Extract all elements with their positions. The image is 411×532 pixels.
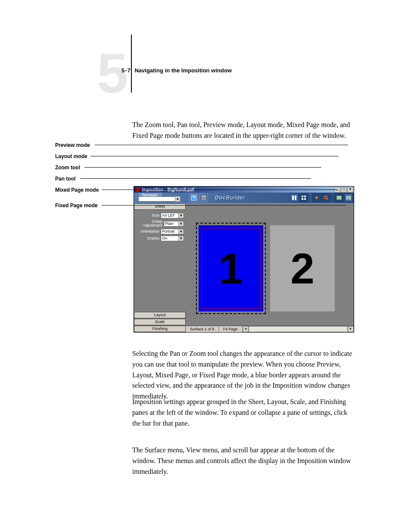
preview-canvas[interactable]: 1 2 (186, 203, 354, 332)
view-menu[interactable]: Fit Page (219, 326, 243, 332)
body-paragraph: The Surface menu, View menu, and scroll … (132, 445, 357, 477)
duplex-label: Duplex (147, 236, 159, 240)
callout-fixed-page-mode: Fixed Page mode (55, 202, 98, 208)
scrollbar-track[interactable] (249, 326, 348, 332)
creep-label: Creep Adjustment (136, 220, 162, 227)
callout-mixed-page-mode: Mixed Page mode (55, 187, 99, 193)
orientation-label: Orientation (140, 230, 159, 233)
page-thumb-1[interactable]: 1 (199, 225, 263, 311)
callout-pan-tool: Pan tool (55, 176, 75, 182)
scroll-left-button[interactable]: ◂ (243, 326, 249, 332)
callout-preview-mode: Preview mode (55, 142, 90, 148)
layout-pane-bar[interactable]: Layout (134, 312, 186, 318)
size-combo[interactable]: A4 LEF (161, 213, 184, 218)
page-label: 5-7 (121, 67, 133, 74)
scale-pane-bar[interactable]: Scale (134, 319, 186, 325)
callout-zoom-tool: Zoom tool (55, 165, 80, 171)
body-paragraph: Selecting the Pan or Zoom tool changes t… (132, 348, 357, 402)
page-number: 1 (219, 247, 243, 290)
settings-panel: Sheet Size A4 LEF Creep Adjustment Plain… (134, 203, 186, 332)
scroll-right-button[interactable]: ▸ (348, 326, 354, 332)
callout-layout-mode: Layout mode (55, 153, 87, 159)
header-rule (131, 34, 132, 93)
figure-callouts: Preview mode Layout mode Zoom tool Pan t… (55, 142, 357, 207)
running-title: Navigating in the Imposition window (134, 67, 231, 74)
imposition-window: Imposition - BigNum8.pdf _ □ × Template … (134, 186, 354, 333)
statusbar: Surface 1 of 8 Fit Page ◂ ▸ (186, 326, 354, 332)
surface-menu[interactable]: Surface 1 of 8 (186, 326, 219, 332)
finishing-pane-bar[interactable]: Finishing (134, 326, 186, 332)
page-thumb-2[interactable]: 2 (270, 225, 335, 311)
orientation-combo[interactable]: Portrait (161, 229, 184, 234)
running-header: 5-7 Navigating in the Imposition window (121, 66, 232, 74)
body-paragraph: Imposition settings appear grouped in th… (132, 397, 357, 429)
duplex-combo[interactable]: On (161, 236, 184, 241)
creep-combo[interactable]: Plain (164, 221, 184, 227)
size-label: Size (152, 214, 159, 218)
body-paragraph: The Zoom tool, Pan tool, Preview mode, L… (132, 120, 357, 141)
page-number: 2 (290, 247, 314, 290)
